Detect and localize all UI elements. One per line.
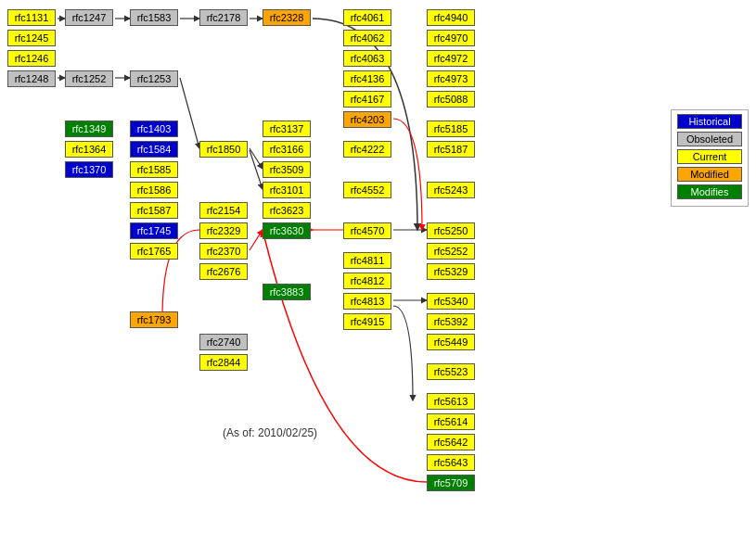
node-rfc2154[interactable]: rfc2154: [199, 202, 248, 219]
legend-box-current: Current: [677, 149, 742, 164]
node-rfc1583[interactable]: rfc1583: [130, 9, 178, 26]
node-rfc1586[interactable]: rfc1586: [130, 182, 178, 198]
node-rfc5243[interactable]: rfc5243: [427, 182, 475, 198]
node-rfc5642[interactable]: rfc5642: [427, 434, 475, 450]
node-rfc4915[interactable]: rfc4915: [343, 313, 391, 330]
svg-line-8: [250, 150, 263, 189]
node-rfc3101[interactable]: rfc3101: [263, 182, 311, 198]
node-rfc1131[interactable]: rfc1131: [7, 9, 56, 26]
node-rfc4972[interactable]: rfc4972: [427, 50, 475, 67]
node-rfc1349[interactable]: rfc1349: [65, 120, 113, 137]
node-rfc2178[interactable]: rfc2178: [199, 9, 248, 26]
node-rfc3883[interactable]: rfc3883: [263, 284, 311, 300]
node-rfc5250[interactable]: rfc5250: [427, 222, 475, 239]
node-rfc1585[interactable]: rfc1585: [130, 161, 178, 178]
legend-item-historical: Historical: [677, 114, 742, 129]
node-rfc4136[interactable]: rfc4136: [343, 70, 391, 87]
legend-label-obsoleted: Obsoleted: [686, 133, 733, 145]
legend-box-modified: Modified: [677, 167, 742, 182]
node-rfc4973[interactable]: rfc4973: [427, 70, 475, 87]
node-rfc1793[interactable]: rfc1793: [130, 311, 178, 328]
node-rfc2844[interactable]: rfc2844: [199, 354, 248, 371]
node-rfc2676[interactable]: rfc2676: [199, 263, 248, 280]
node-rfc5449[interactable]: rfc5449: [427, 334, 475, 350]
legend: Historical Obsoleted Current Modified Mo…: [671, 109, 749, 207]
node-rfc3137[interactable]: rfc3137: [263, 120, 311, 137]
node-rfc4222[interactable]: rfc4222: [343, 141, 391, 158]
node-rfc1403[interactable]: rfc1403: [130, 120, 178, 137]
node-rfc1364[interactable]: rfc1364: [65, 141, 113, 158]
node-rfc1745[interactable]: rfc1745: [130, 222, 178, 239]
node-rfc2328[interactable]: rfc2328: [263, 9, 311, 26]
diagram-caption: (As of: 2010/02/25): [223, 426, 317, 439]
legend-label-modifies: Modifies: [691, 186, 729, 197]
legend-item-modified: Modified: [677, 167, 742, 182]
node-rfc2740[interactable]: rfc2740: [199, 334, 248, 350]
node-rfc5185[interactable]: rfc5185: [427, 120, 475, 137]
node-rfc5709[interactable]: rfc5709: [427, 475, 475, 491]
node-rfc4940[interactable]: rfc4940: [427, 9, 475, 26]
node-rfc4063[interactable]: rfc4063: [343, 50, 391, 67]
node-rfc4812[interactable]: rfc4812: [343, 273, 391, 289]
node-rfc2329[interactable]: rfc2329: [199, 222, 248, 239]
node-rfc1247[interactable]: rfc1247: [65, 9, 113, 26]
node-rfc1245[interactable]: rfc1245: [7, 30, 56, 46]
node-rfc5187[interactable]: rfc5187: [427, 141, 475, 158]
node-rfc1246[interactable]: rfc1246: [7, 50, 56, 67]
node-rfc5329[interactable]: rfc5329: [427, 263, 475, 280]
legend-label-historical: Historical: [688, 116, 730, 127]
node-rfc1850[interactable]: rfc1850: [199, 141, 248, 158]
legend-item-modifies: Modifies: [677, 184, 742, 199]
node-rfc5614[interactable]: rfc5614: [427, 413, 475, 430]
node-rfc5252[interactable]: rfc5252: [427, 243, 475, 260]
svg-line-6: [180, 78, 199, 148]
node-rfc1765[interactable]: rfc1765: [130, 243, 178, 260]
node-rfc4203[interactable]: rfc4203: [343, 111, 391, 128]
node-rfc5392[interactable]: rfc5392: [427, 313, 475, 330]
node-rfc5643[interactable]: rfc5643: [427, 454, 475, 471]
legend-label-modified: Modified: [690, 169, 729, 180]
node-rfc3630[interactable]: rfc3630: [263, 222, 311, 239]
legend-box-modifies: Modifies: [677, 184, 742, 199]
node-rfc4570[interactable]: rfc4570: [343, 222, 391, 239]
svg-line-11: [250, 230, 263, 250]
node-rfc1253[interactable]: rfc1253: [130, 70, 178, 87]
node-rfc4167[interactable]: rfc4167: [343, 91, 391, 108]
node-rfc4970[interactable]: rfc4970: [427, 30, 475, 46]
legend-box-historical: Historical: [677, 114, 742, 129]
node-rfc3623[interactable]: rfc3623: [263, 202, 311, 219]
node-rfc1370[interactable]: rfc1370: [65, 161, 113, 178]
node-rfc1587[interactable]: rfc1587: [130, 202, 178, 219]
node-rfc5613[interactable]: rfc5613: [427, 393, 475, 410]
node-rfc1248[interactable]: rfc1248: [7, 70, 56, 87]
node-rfc5088[interactable]: rfc5088: [427, 91, 475, 108]
diagram-container: rfc1131rfc1245rfc1246rfc1248rfc1247rfc12…: [0, 0, 756, 558]
node-rfc4813[interactable]: rfc4813: [343, 293, 391, 310]
node-rfc4811[interactable]: rfc4811: [343, 252, 391, 269]
legend-item-current: Current: [677, 149, 742, 164]
node-rfc3166[interactable]: rfc3166: [263, 141, 311, 158]
node-rfc4552[interactable]: rfc4552: [343, 182, 391, 198]
node-rfc4061[interactable]: rfc4061: [343, 9, 391, 26]
node-rfc5340[interactable]: rfc5340: [427, 293, 475, 310]
legend-box-obsoleted: Obsoleted: [677, 132, 742, 146]
node-rfc4062[interactable]: rfc4062: [343, 30, 391, 46]
node-rfc2370[interactable]: rfc2370: [199, 243, 248, 260]
node-rfc1252[interactable]: rfc1252: [65, 70, 113, 87]
node-rfc3509[interactable]: rfc3509: [263, 161, 311, 178]
svg-line-7: [250, 148, 263, 169]
node-rfc5523[interactable]: rfc5523: [427, 363, 475, 380]
legend-label-current: Current: [693, 151, 727, 162]
legend-item-obsoleted: Obsoleted: [677, 132, 742, 146]
node-rfc1584[interactable]: rfc1584: [130, 141, 178, 158]
